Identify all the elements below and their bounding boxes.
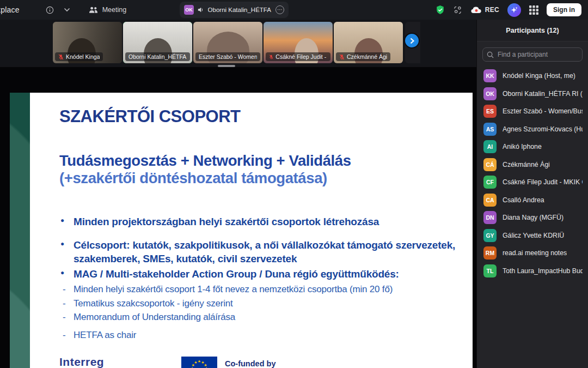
meeting-tab-label: Meeting bbox=[102, 6, 126, 14]
shared-slide: SZAKÉRTŐI CSOPORT Tudásmegosztás + Netwo… bbox=[10, 93, 473, 368]
participant-row[interactable]: DN Diana Nagy (MGFÜ) bbox=[477, 209, 588, 227]
participant-name: Csákné Filep Judit - MKIK GVI bbox=[503, 178, 583, 186]
rec-label: REC bbox=[485, 6, 499, 14]
participant-row[interactable]: CF Csákné Filep Judit - MKIK GVI bbox=[477, 173, 588, 191]
participant-name: Agnes Szuromi-Kovacs (Hungary) bbox=[503, 125, 583, 133]
avatar: OK bbox=[184, 5, 194, 15]
video-tile[interactable]: Knódel Kinga bbox=[53, 22, 122, 63]
meeting-tab[interactable]: Meeting bbox=[89, 6, 126, 14]
video-tile-name: Eszter Szabó - Women/Bu... bbox=[199, 53, 257, 60]
slide-bullet: Célcsoport: kutatók, szakpolitikusok, a … bbox=[59, 238, 456, 266]
avatar: CA bbox=[483, 194, 497, 207]
participant-row[interactable]: KK Knódel Kinga (Host, me) bbox=[477, 67, 588, 85]
slide-accent-strip bbox=[10, 93, 30, 368]
participant-name: Anikó Iphone bbox=[503, 143, 542, 150]
slide-bullet: Minden projektországban helyi szakértői … bbox=[59, 215, 456, 229]
video-tile[interactable]: Czékmánné Ági bbox=[334, 22, 403, 63]
participants-panel: Participants (12) KK Knódel Kinga (Host,… bbox=[476, 20, 588, 368]
people-icon bbox=[89, 6, 98, 14]
video-tile[interactable]: Eszter Szabó - Women/Bu... bbox=[193, 22, 262, 63]
avatar: CÁ bbox=[483, 158, 497, 171]
apps-grid-icon[interactable] bbox=[529, 5, 538, 15]
video-tile[interactable]: Oborni Katalin_HÉTFA RI bbox=[123, 22, 192, 63]
sparkle-icon bbox=[510, 6, 518, 14]
participant-row[interactable]: GY Gálicz Yvette KDRIÜ bbox=[477, 227, 588, 245]
svg-text:★: ★ bbox=[198, 359, 201, 364]
search-icon bbox=[487, 51, 494, 61]
avatar: OK bbox=[483, 87, 497, 100]
security-shield-icon[interactable] bbox=[436, 5, 445, 15]
participant-row[interactable]: ES Eszter Szabó - Women/Business/An bbox=[477, 102, 588, 120]
interreg-danube-logo: Interreg Danube Region bbox=[59, 356, 155, 368]
video-tiles: Knódel Kinga Oborni Katalin_HÉTFA RI Esz… bbox=[53, 22, 403, 63]
participant-row[interactable]: TL Toth Laura_ImpactHub Budapest bbox=[477, 262, 588, 280]
chevron-down-icon[interactable] bbox=[64, 8, 70, 12]
participant-row[interactable]: CÁ Czékmánné Ági bbox=[477, 156, 588, 174]
participant-row[interactable]: AI Anikó Iphone bbox=[477, 138, 588, 156]
screen-share-tab[interactable]: OK Oborni Katalin_HÉTFA RI's scr ⋯ bbox=[180, 2, 289, 18]
slide-subtitle-line2: (+szakértői döntéshozatal támogatása) bbox=[59, 170, 456, 187]
video-tile-name: Csákné Filep Judit - M... bbox=[275, 53, 327, 60]
next-participants-button[interactable] bbox=[404, 33, 420, 49]
speaker-icon bbox=[198, 7, 204, 13]
video-nameplate: Oborni Katalin_HÉTFA RI bbox=[125, 52, 190, 61]
slide-sub-bullet: HETFA as chair bbox=[59, 328, 456, 342]
video-nameplate: Knódel Kinga bbox=[55, 52, 103, 61]
top-bar: kplace Meeting OK Oborni Katalin_HÉTFA R… bbox=[0, 0, 588, 20]
slide-sub-bullet: Minden helyi szakértői csoport 1-4 főt n… bbox=[59, 282, 456, 297]
workspace-label[interactable]: kplace bbox=[0, 5, 20, 14]
participant-name: Diana Nagy (MGFÜ) bbox=[503, 214, 564, 221]
share-tab-title: Oborni Katalin_HÉTFA RI's scr bbox=[208, 7, 272, 13]
video-nameplate: Czékmánné Ági bbox=[336, 52, 390, 61]
participant-row[interactable]: OK Oborni Katalin_HÉTFA RI (Co-host) bbox=[477, 85, 588, 103]
participant-row[interactable]: AS Agnes Szuromi-Kovacs (Hungary) bbox=[477, 120, 588, 138]
video-tile[interactable]: Csákné Filep Judit - M... bbox=[264, 22, 333, 63]
participants-list: KK Knódel Kinga (Host, me) OK Oborni Kat… bbox=[477, 67, 588, 280]
eu-flag-icon: ★★★ ★★★ ★★★ ★★★ bbox=[181, 357, 217, 368]
slide-bullet-list: Minden projektországban helyi szakértői … bbox=[59, 215, 456, 281]
avatar: GY bbox=[483, 229, 497, 242]
video-tile-name: Knódel Kinga bbox=[66, 53, 100, 60]
slide-sub-bullet: Memorandum of Understanding aláírása bbox=[59, 310, 456, 324]
participants-panel-title: Participants (12) bbox=[477, 20, 588, 41]
video-tile-name: Czékmánné Ági bbox=[347, 53, 387, 60]
muted-mic-icon bbox=[269, 54, 273, 60]
avatar: RM bbox=[483, 246, 497, 260]
video-nameplate: Csákné Filep Judit - M... bbox=[266, 52, 330, 61]
eu-text-line1: Co-funded by bbox=[225, 359, 300, 368]
participant-name: Eszter Szabó - Women/Business/An bbox=[503, 107, 583, 115]
chevron-right-icon bbox=[409, 38, 415, 44]
info-icon[interactable] bbox=[46, 6, 54, 14]
screen-share-stage: Knódel Kinga Oborni Katalin_HÉTFA RI Esz… bbox=[0, 20, 476, 368]
video-filmstrip: Knódel Kinga Oborni Katalin_HÉTFA RI Esz… bbox=[0, 20, 476, 67]
participant-row[interactable]: RM read.ai meeting notes bbox=[477, 244, 588, 262]
video-tile-name: Oborni Katalin_HÉTFA RI bbox=[128, 53, 187, 60]
recording-indicator[interactable]: REC bbox=[470, 6, 499, 14]
participant-row[interactable]: CA Csalló Andrea bbox=[477, 191, 588, 209]
avatar: AS bbox=[483, 123, 497, 136]
ai-companion-button[interactable] bbox=[507, 3, 521, 17]
search-input[interactable] bbox=[482, 47, 583, 62]
interreg-logo-line1: Interreg bbox=[59, 356, 155, 367]
cloud-rec-icon bbox=[470, 6, 482, 14]
participant-name: Knódel Kinga (Host, me) bbox=[503, 72, 575, 80]
slide-subtitle: Tudásmegosztás + Networking + Validálás … bbox=[59, 152, 456, 188]
more-options-icon[interactable]: ⋯ bbox=[275, 5, 284, 14]
svg-text:★: ★ bbox=[194, 360, 197, 365]
slide-bullet: MAG / Multi-stakeholder Action Group / D… bbox=[59, 267, 456, 281]
slide-title: SZAKÉRTŐI CSOPORT bbox=[59, 107, 456, 126]
video-nameplate: Eszter Szabó - Women/Bu... bbox=[195, 52, 260, 61]
participant-name: Toth Laura_ImpactHub Budapest bbox=[503, 267, 583, 275]
switch-camera-icon[interactable] bbox=[453, 5, 462, 15]
filmstrip-resize-handle[interactable] bbox=[218, 65, 235, 67]
participant-name: Gálicz Yvette KDRIÜ bbox=[503, 232, 564, 239]
avatar: TL bbox=[483, 264, 497, 277]
slide-sub-bullet-list: Minden helyi szakértői csoport 1-4 főt n… bbox=[59, 282, 456, 342]
slide-sub-bullet: Tematikus szakcsoportok - igény szerint bbox=[59, 297, 456, 311]
eu-cofunded-logo: ★★★ ★★★ ★★★ ★★★ Co-funded by the Europea… bbox=[181, 357, 300, 368]
muted-mic-icon bbox=[58, 54, 64, 60]
participant-name: Oborni Katalin_HÉTFA RI (Co-host) bbox=[503, 90, 583, 98]
participant-name: Csalló Andrea bbox=[503, 196, 544, 204]
sign-in-button[interactable]: Sign in bbox=[547, 3, 581, 16]
participant-name: read.ai meeting notes bbox=[503, 249, 567, 257]
